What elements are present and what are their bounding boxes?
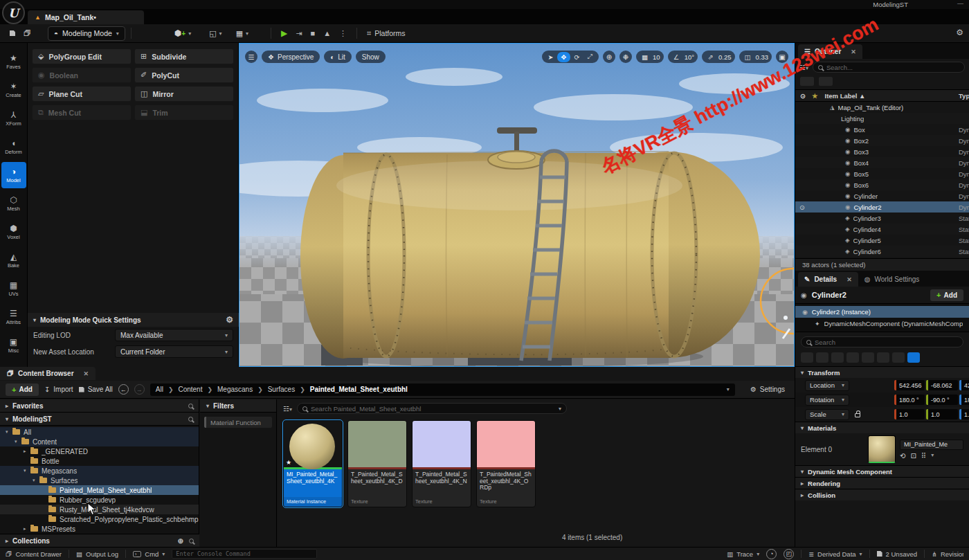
revision-control-button[interactable]: ⋔Revision Control	[932, 550, 963, 558]
outliner-row[interactable]: ◈ Cylinder4 Stati	[795, 224, 969, 235]
close-icon[interactable]: ✕	[846, 276, 852, 283]
play-options-kebab-icon[interactable]: ⋮	[335, 26, 351, 40]
expand-arrow-icon[interactable]: ▾	[6, 429, 12, 435]
rail-item[interactable]: ◖ Deform	[1, 134, 26, 160]
asset-tile[interactable]: ★ T_Painted_Metal_Sheet_xeutbhl_4K_D Tex…	[347, 420, 407, 507]
world-space-toggle-icon[interactable]: ⊕	[603, 51, 615, 63]
details-filter-chip[interactable]	[862, 352, 874, 363]
rail-item[interactable]: ✶ Create	[1, 77, 26, 103]
x-value-field[interactable]: 542.456	[894, 380, 925, 390]
tool-button[interactable]: ◉ Boolean	[32, 67, 132, 83]
gear-icon[interactable]: ⚙	[226, 315, 233, 325]
details-search-input[interactable]	[815, 338, 958, 346]
x-value-field[interactable]: 1.0	[894, 409, 925, 419]
tool-button[interactable]: ⧉ Mesh Cut	[32, 105, 132, 120]
cmd-dropdown[interactable]: ›_Cmd▾	[133, 550, 165, 558]
editor-mode-dropdown[interactable]: ◓ Modeling Mode ▾	[48, 26, 125, 41]
trace-dropdown[interactable]: ▥Trace▾	[727, 550, 759, 558]
breadcrumb-item[interactable]: Painted_Metal_Sheet_xeutbhl ❯	[310, 386, 408, 393]
details-section-header[interactable]: ▸ Collision	[795, 489, 969, 500]
rail-item[interactable]: ▣ Misc	[1, 332, 26, 359]
details-search[interactable]	[801, 336, 963, 347]
import-button[interactable]: ↧Import	[44, 386, 73, 393]
view-mode-dropdown[interactable]: ◐Lit	[324, 51, 352, 63]
unreal-logo-icon[interactable]: U	[2, 1, 25, 24]
content-browser-settings-button[interactable]: ⚙ Settings	[750, 386, 789, 393]
search-icon[interactable]	[189, 539, 194, 543]
expand-arrow-icon[interactable]: ▸	[24, 449, 30, 454]
browse-content-button[interactable]: 🗇	[19, 26, 35, 40]
trace-snapshot-icon[interactable]: ◰	[784, 549, 794, 559]
details-filter-chip[interactable]	[801, 352, 813, 363]
type-column[interactable]: Type	[959, 92, 969, 100]
tool-button[interactable]: ✐ PolyCut	[134, 67, 234, 83]
tool-button[interactable]: ⬓ Trim	[134, 105, 234, 120]
toolbar-settings-gear-icon[interactable]: ⚙	[956, 28, 963, 37]
scale-tool[interactable]: ⤢	[583, 52, 597, 62]
outliner-row[interactable]: ◈ Cylinder6 Stati	[795, 246, 969, 257]
asset-tile[interactable]: ★ MI_Painted_Metal_Sheet_xeutbhl_4K Mate…	[283, 420, 343, 507]
platforms-dropdown[interactable]: ⌗ Platforms	[363, 26, 410, 40]
folder-row[interactable]: ▾ Surfaces	[0, 476, 199, 485]
save-search-chevron-icon[interactable]: ▾	[559, 406, 561, 412]
rail-item[interactable]: ☰ Attribs	[1, 304, 26, 330]
folder-row[interactable]: Rusty_Metal_Sheet_tj4kedvcw	[0, 505, 199, 514]
rotate-tool[interactable]: ⟳	[570, 52, 583, 62]
expand-arrow-icon[interactable]: ▾	[15, 439, 21, 444]
breadcrumb-item[interactable]: Content ❯	[178, 386, 217, 393]
asset-tile[interactable]: ★ T_Painted_Metal_Sheet_xeutbhl_4K_N Tex…	[412, 420, 471, 507]
save-button[interactable]	[6, 26, 19, 40]
outliner-row[interactable]: ◉ Box3 Dyna	[795, 146, 969, 157]
tool-button[interactable]: ▱ Plane Cut	[32, 86, 132, 102]
folder-row[interactable]: Rubber_scgudevp	[0, 495, 199, 505]
add-collection-icon[interactable]: ⊕	[178, 537, 183, 545]
outliner-row[interactable]: ◈ Cylinder3 Stati	[795, 213, 969, 224]
setting-dropdown[interactable]: Current Folder ▾	[115, 345, 233, 358]
add-component-button[interactable]: + Add	[930, 289, 963, 301]
outliner-row[interactable]: Lighting	[795, 113, 969, 124]
chevron-down-icon[interactable]: ▾	[931, 452, 934, 460]
derived-data-dropdown[interactable]: ≣Derived Data▾	[808, 550, 862, 558]
tool-button[interactable]: ⬙ PolyGroup Edit	[32, 48, 132, 64]
search-icon[interactable]	[188, 417, 193, 422]
project-source-header[interactable]: ▾ ModelingST	[0, 413, 199, 426]
tool-button[interactable]: ⊞ Subdivide	[134, 48, 234, 64]
component-row[interactable]: ◉ Cylinder2 (Instance)	[795, 306, 969, 318]
rotation-snap-group[interactable]: ∠ 10°	[668, 51, 698, 63]
setting-dropdown[interactable]: Max Available ▾	[115, 329, 233, 341]
details-tab[interactable]: ✎ Details ✕	[798, 272, 858, 287]
level-tab[interactable]: ▲ Map_Oil_Tank•	[28, 10, 144, 24]
outliner-row[interactable]: ⊙ ◉ Cylinder2 Dyna	[795, 201, 969, 213]
details-filter-chip[interactable]	[846, 352, 859, 363]
outliner-filter-chip[interactable]	[818, 76, 833, 87]
expand-arrow-icon[interactable]: ▾	[33, 478, 39, 483]
cinematics-dropdown[interactable]: ▦▾	[232, 26, 253, 40]
expand-arrow-icon[interactable]: ▾	[24, 468, 30, 473]
blueprints-dropdown[interactable]: ◱▾	[205, 26, 226, 40]
forward-button[interactable]: →	[134, 384, 145, 395]
outliner-filter-icon[interactable]: ☷▾	[799, 64, 808, 71]
content-drawer-button[interactable]: 🗇Content Drawer	[6, 550, 62, 558]
item-label-column[interactable]: Item Label ▲	[825, 92, 866, 100]
frame-skip-button[interactable]: ⇥	[291, 26, 306, 40]
outliner-search-input[interactable]	[826, 64, 959, 71]
details-filter-chip[interactable]	[892, 352, 905, 363]
use-selected-asset-icon[interactable]: ⟲	[900, 452, 905, 460]
details-filter-chip[interactable]	[877, 352, 889, 363]
move-tool[interactable]: ✥	[557, 52, 570, 62]
outliner-column-header[interactable]: ⊙ ★ Item Label ▲ Type	[795, 89, 969, 102]
select-tool[interactable]: ➤	[544, 52, 557, 62]
details-section-header[interactable]: ▾ Dynamic Mesh Component	[795, 465, 969, 477]
outliner-row[interactable]: ◉ Box Dyna	[795, 124, 969, 135]
z-value-field[interactable]: 428	[959, 380, 969, 390]
outliner-row[interactable]: ◉ Cylinder Dyna	[795, 190, 969, 201]
folder-row[interactable]: ▸ MSPresets	[0, 524, 199, 534]
back-button[interactable]: ←	[118, 384, 129, 395]
grid-snap-group[interactable]: ▦ 10	[636, 51, 664, 63]
transform-section-header[interactable]: ▾ Transform	[795, 366, 969, 378]
details-filter-chip[interactable]	[816, 352, 828, 363]
close-icon[interactable]: ✕	[84, 370, 89, 377]
maximize-viewport-icon[interactable]: ▣	[776, 51, 788, 63]
y-value-field[interactable]: 1.0	[926, 409, 958, 419]
transform-row-dropdown[interactable]: Location ▾	[805, 380, 849, 391]
